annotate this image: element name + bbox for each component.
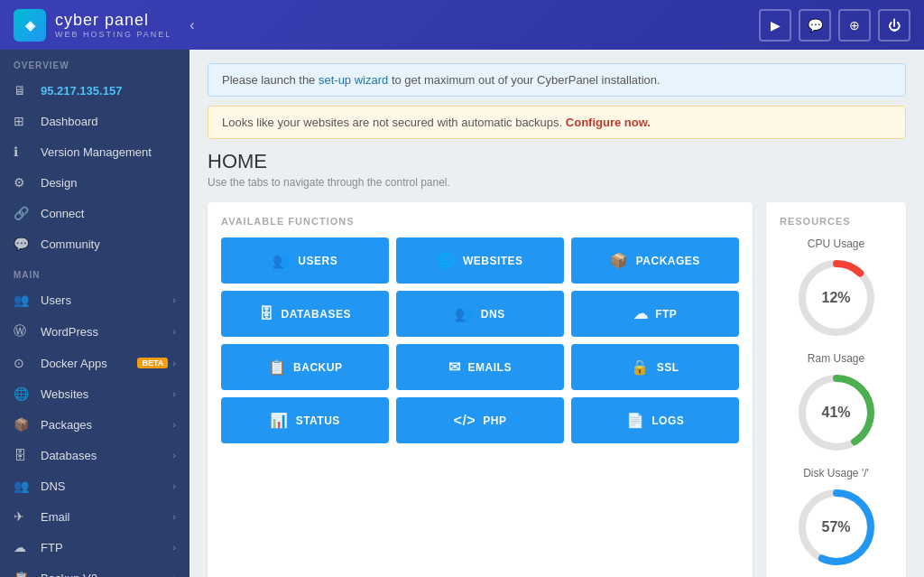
backup-func-icon: 📋 (268, 358, 287, 376)
link-icon: 🔗 (14, 206, 32, 220)
cpu-usage-label: CPU Usage (780, 237, 892, 250)
ftp-func-label: FTP (655, 308, 677, 321)
chevron-right-icon: › (172, 388, 176, 399)
status-function-button[interactable]: 📊 STATUS (221, 397, 389, 443)
sidebar-item-label: FTP (41, 541, 172, 554)
sidebar-item-databases[interactable]: 🗄 Databases › (0, 440, 189, 470)
layout: OVERVIEW 🖥 95.217.135.157 ⊞ Dashboard ℹ … (0, 50, 924, 577)
gear-icon: ⚙ (14, 175, 32, 190)
disk-usage-item: Disk Usage '/' 57% (780, 467, 892, 568)
sidebar-ip-address: 95.217.135.157 (41, 84, 176, 98)
alert-warning-text: Looks like your websites are not secured… (222, 116, 566, 129)
packages-icon: 📦 (14, 417, 32, 432)
setup-wizard-link[interactable]: set-up wizard (319, 73, 388, 87)
sidebar-item-dns[interactable]: 👥 DNS › (0, 470, 189, 501)
sidebar-item-community[interactable]: 💬 Community (0, 228, 189, 259)
main-section-label: MAIN (0, 259, 189, 284)
databases-func-icon: 🗄 (259, 306, 274, 322)
sidebar-item-email[interactable]: ✈ Email › (0, 501, 189, 532)
chevron-right-icon: › (172, 358, 176, 368)
sidebar-item-backup-v2[interactable]: 📋 Backup V2 › (0, 563, 189, 577)
logo-sub: WEB HOSTING PANEL (55, 30, 171, 39)
php-function-button[interactable]: </> PHP (396, 397, 564, 443)
ftp-func-icon: ☁ (633, 305, 649, 322)
databases-function-button[interactable]: 🗄 DATABASES (221, 291, 389, 337)
status-func-icon: 📊 (270, 412, 289, 429)
chat-icon-button[interactable]: 💬 (799, 9, 831, 42)
sidebar-collapse-button[interactable]: ‹ (189, 17, 194, 33)
sidebar-item-label: Docker Apps (41, 357, 137, 370)
sidebar-item-label: Databases (41, 449, 172, 462)
emails-function-button[interactable]: ✉ EMAILS (396, 344, 564, 390)
sidebar-item-label: Design (41, 176, 176, 190)
functions-grid: 👥 USERS 🌐 WEBSITES 📦 PACKAGES 🗄 DATABASE… (221, 237, 739, 443)
packages-func-label: PACKAGES (636, 255, 700, 267)
ram-donut-chart: 41% (796, 372, 877, 453)
logs-function-button[interactable]: 📄 LOGS (571, 397, 739, 443)
sidebar-item-wordpress[interactable]: Ⓦ WordPress › (0, 315, 189, 348)
sidebar-item-ip[interactable]: 🖥 95.217.135.157 (0, 75, 189, 106)
ftp-icon: ☁ (14, 540, 32, 554)
sidebar-item-dashboard[interactable]: ⊞ Dashboard (0, 106, 189, 136)
chevron-right-icon: › (172, 480, 176, 491)
dns-icon: 👥 (14, 479, 32, 493)
sidebar-item-label: Connect (41, 207, 176, 220)
dns-func-label: DNS (481, 308, 505, 321)
sidebar-item-version-management[interactable]: ℹ Version Management (0, 136, 189, 167)
chevron-right-icon: › (172, 326, 176, 337)
sidebar-item-packages[interactable]: 📦 Packages › (0, 409, 189, 440)
cpu-usage-percent: 12% (821, 290, 850, 306)
users-icon: 👥 (14, 293, 32, 307)
chevron-right-icon: › (172, 419, 176, 430)
logo-main: cyber panel (55, 11, 171, 30)
power-icon-button[interactable]: ⏻ (878, 9, 910, 42)
content-row: AVAILABLE FUNCTIONS 👥 USERS 🌐 WEBSITES 📦… (208, 202, 906, 577)
disk-donut-chart: 57% (796, 487, 877, 568)
php-func-icon: </> (454, 413, 476, 429)
users-function-button[interactable]: 👥 USERS (221, 237, 389, 284)
sidebar-item-label: Email (41, 510, 172, 524)
cpu-usage-item: CPU Usage 12% (780, 237, 892, 339)
functions-section-label: AVAILABLE FUNCTIONS (221, 216, 739, 227)
dashboard-icon: ⊞ (14, 114, 32, 128)
sidebar-item-docker-apps[interactable]: ⊙ Docker Apps BETA › (0, 348, 189, 378)
configure-now-link[interactable]: Configure now. (566, 116, 651, 129)
logs-func-label: LOGS (651, 414, 684, 427)
websites-func-label: WEBSITES (463, 255, 523, 267)
sidebar-item-label: Backup V2 (41, 572, 172, 578)
sidebar-item-users[interactable]: 👥 Users › (0, 284, 189, 315)
functions-card: AVAILABLE FUNCTIONS 👥 USERS 🌐 WEBSITES 📦… (208, 202, 753, 577)
backup-function-button[interactable]: 📋 BACKUP (221, 344, 389, 390)
chevron-right-icon: › (172, 511, 176, 522)
dns-func-icon: 👥 (455, 305, 474, 322)
emails-func-icon: ✉ (448, 358, 461, 376)
sidebar-item-label: Websites (41, 387, 172, 401)
cpu-donut-chart: 12% (796, 257, 877, 339)
logo-text: cyber panel WEB HOSTING PANEL (55, 11, 171, 39)
php-func-label: PHP (483, 414, 506, 427)
beta-badge: BETA (137, 358, 168, 368)
overview-section-label: OVERVIEW (0, 50, 189, 75)
wordpress-icon: Ⓦ (14, 323, 32, 340)
packages-function-button[interactable]: 📦 PACKAGES (571, 237, 739, 284)
youtube-icon-button[interactable]: ▶ (759, 9, 791, 42)
info-icon: ℹ (14, 144, 32, 159)
help-icon-button[interactable]: ⊕ (838, 9, 871, 42)
email-icon: ✈ (14, 509, 32, 524)
page-title: HOME (208, 150, 906, 173)
ftp-function-button[interactable]: ☁ FTP (571, 291, 739, 337)
setup-wizard-alert: Please launch the set-up wizard to get m… (208, 63, 906, 97)
sidebar-item-websites[interactable]: 🌐 Websites › (0, 378, 189, 409)
chevron-right-icon: › (172, 450, 176, 461)
monitor-icon: 🖥 (14, 83, 32, 98)
sidebar-item-ftp[interactable]: ☁ FTP › (0, 532, 189, 563)
sidebar-item-connect[interactable]: 🔗 Connect (0, 198, 189, 228)
dns-function-button[interactable]: 👥 DNS (396, 291, 564, 337)
sidebar-item-design[interactable]: ⚙ Design (0, 167, 189, 198)
sidebar-item-label: Packages (41, 418, 172, 432)
ssl-function-button[interactable]: 🔒 SSL (571, 344, 739, 390)
websites-icon: 🌐 (14, 386, 32, 401)
sidebar: OVERVIEW 🖥 95.217.135.157 ⊞ Dashboard ℹ … (0, 50, 189, 577)
websites-function-button[interactable]: 🌐 WEBSITES (396, 237, 564, 284)
ssl-func-icon: 🔒 (631, 358, 650, 376)
